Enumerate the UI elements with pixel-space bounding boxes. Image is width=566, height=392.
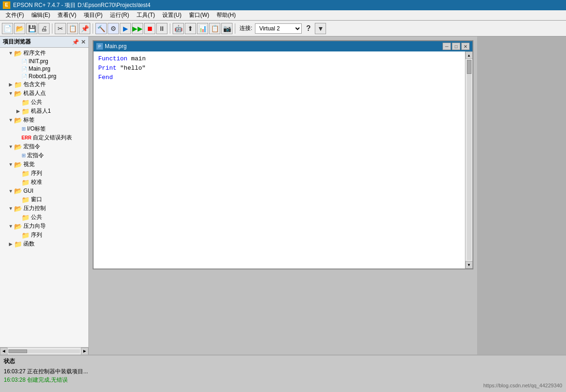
keyword-function: Function	[98, 55, 127, 62]
editor-area: P Main.prg ─ □ ✕ Function main Print "he…	[89, 36, 477, 355]
tb-new[interactable]: 📄	[2, 23, 13, 34]
toolbar: 📄 📂 💾 🖨 ✂ 📋 📌 🔨 ⚙ ▶ ▶▶ ⏹ ⏸ 🤖 ⬆ 📊 📋 📷 连接:…	[0, 21, 566, 36]
vscroll-down-arrow[interactable]: ▼	[465, 261, 473, 269]
tree-label: 序列	[31, 231, 42, 239]
menu-view[interactable]: 查看(V)	[54, 10, 80, 20]
tb-build2[interactable]: ⚙	[108, 23, 119, 34]
tb-cam[interactable]: 📷	[221, 23, 232, 34]
menu-edit[interactable]: 编辑(E)	[28, 10, 54, 20]
tree-item-gui[interactable]: ▼ 📂 GUI	[0, 187, 88, 195]
editor-minimize-btn[interactable]: ─	[443, 43, 451, 50]
folder-closed-icon: 📁	[22, 179, 29, 186]
editor-window-btns: ─ □ ✕	[443, 43, 470, 50]
tree-item-pressure-guide[interactable]: ▼ 📂 压力向导	[0, 222, 88, 231]
tree-label: 程序文件	[23, 49, 46, 57]
tb-copy[interactable]: 📋	[67, 23, 78, 34]
file-icon: 📄	[22, 74, 27, 79]
tb-cut[interactable]: ✂	[55, 23, 66, 34]
tree-item-macros[interactable]: ▼ 📂 宏指令	[0, 142, 88, 151]
folder-closed-icon: 📁	[22, 170, 29, 177]
status-bar: 状态 16:03:27 正在控制器中装载项目... 16:03:28 创建完成,…	[0, 355, 566, 392]
menu-bar: 文件(F) 编辑(E) 查看(V) 项目(P) 运行(R) 工具(T) 设置(U…	[0, 10, 566, 21]
tb-build[interactable]: 🔨	[95, 23, 107, 34]
tree-item-common2[interactable]: 📁 公共	[0, 213, 88, 222]
expand-icon: ▼	[7, 117, 14, 123]
tree-item-tags[interactable]: ▼ 📂 标签	[0, 116, 88, 124]
tree-item-io-tags[interactable]: ⊞ I/O标签	[0, 124, 88, 133]
tree-item-calibrate[interactable]: 📁 校准	[0, 178, 88, 187]
tb-print[interactable]: 🖨	[38, 23, 50, 34]
tb-run[interactable]: ▶▶	[132, 23, 143, 34]
tb-io[interactable]: ⬆	[185, 23, 196, 34]
tree-item-robot-points[interactable]: ▼ 📂 机器人点	[0, 89, 88, 98]
tree-label: 校准	[31, 178, 42, 186]
tree-item-main-prg[interactable]: 📄 Main.prg	[0, 65, 88, 73]
tree-item-robot1-prg[interactable]: 📄 Robot1.prg	[0, 73, 88, 80]
tb-stop[interactable]: ⏹	[144, 23, 155, 34]
tb-step[interactable]: ▶	[120, 23, 131, 34]
scroll-thumb[interactable]	[8, 349, 27, 353]
code-text: main	[127, 55, 145, 62]
tree-item-pressure-ctrl[interactable]: ▼ 📂 压力控制	[0, 204, 88, 213]
tree-item-sequence[interactable]: 📁 序列	[0, 169, 88, 178]
expand-icon: ▼	[7, 144, 14, 149]
code-line-2: Print "hello"	[98, 64, 460, 73]
tb-sep4	[235, 23, 235, 34]
tree-label: 函数	[23, 240, 35, 248]
tree-item-vision[interactable]: ▼ 📂 视觉	[0, 160, 88, 169]
tree-item-init-prg[interactable]: 📄 INIT.prg	[0, 58, 88, 65]
scroll-left-arrow[interactable]: ◀	[0, 348, 7, 355]
editor-restore-btn[interactable]: □	[452, 43, 460, 50]
connect-label: 连接:	[239, 24, 252, 32]
editor-title: P Main.prg	[96, 43, 127, 50]
folder-open-icon: 📂	[14, 187, 22, 195]
folder-closed-icon: 📁	[22, 108, 29, 115]
editor-close-btn[interactable]: ✕	[461, 43, 470, 50]
sidebar-tree: ▼ 📂 程序文件 📄 INIT.prg 📄 Main.prg	[0, 48, 88, 347]
menu-project[interactable]: 项目(P)	[80, 10, 106, 20]
tree-item-prg-files[interactable]: ▼ 📂 程序文件	[0, 49, 88, 58]
scroll-right-arrow[interactable]: ▶	[81, 348, 88, 355]
tb-save[interactable]: 💾	[26, 23, 37, 34]
sidebar-pin-icon[interactable]: 📌	[72, 39, 79, 45]
tb-robot[interactable]: 🤖	[173, 23, 184, 34]
tb-paste[interactable]: 📌	[79, 23, 90, 34]
menu-settings[interactable]: 设置(U)	[159, 10, 185, 20]
scroll-track[interactable]	[8, 349, 80, 353]
status-line-2: 16:03:28 创建完成,无错误	[4, 376, 562, 384]
tree-item-macro-item[interactable]: ⊞ 宏指令	[0, 151, 88, 160]
tree-item-sequence2[interactable]: 📁 序列	[0, 231, 88, 240]
sidebar-close-icon[interactable]: ✕	[81, 39, 86, 45]
menu-tools[interactable]: 工具(T)	[133, 10, 159, 20]
folder-closed-icon: 📁	[22, 99, 29, 106]
tb-log[interactable]: 📋	[209, 23, 220, 34]
vscroll-track[interactable]	[467, 60, 472, 260]
status-line-1: 16:03:27 正在控制器中装载项目...	[4, 367, 562, 376]
folder-open-icon: 📂	[14, 116, 22, 124]
tree-item-functions[interactable]: ▶ 📁 函数	[0, 240, 88, 248]
connect-select[interactable]: Virtual 2 Virtual 1 Real Robot	[255, 23, 302, 34]
tb-monitor[interactable]: 📊	[197, 23, 208, 34]
tb-more[interactable]: ▼	[315, 23, 326, 34]
menu-window[interactable]: 窗口(W)	[185, 10, 213, 20]
tree-item-robot1[interactable]: ▶ 📁 机器人1	[0, 107, 88, 116]
editor-title-icon: P	[96, 43, 103, 50]
tree-item-custom-error[interactable]: ERR 自定义错误列表	[0, 133, 88, 142]
tb-pause[interactable]: ⏸	[156, 23, 167, 34]
editor-body[interactable]: Function main Print "hello" Fend	[94, 51, 465, 269]
tree-item-package-files[interactable]: ▶ 📁 包含文件	[0, 80, 88, 89]
menu-help[interactable]: 帮助(H)	[213, 10, 239, 20]
tb-open[interactable]: 📂	[14, 23, 25, 34]
tree-item-window[interactable]: 📁 窗口	[0, 195, 88, 204]
tree-label: Robot1.prg	[29, 73, 56, 80]
main-content: 项目浏览器 📌 ✕ ▼ 📂 程序文件 📄 INIT.prg	[0, 36, 566, 355]
vscroll-up-arrow[interactable]: ▲	[465, 51, 473, 59]
tree-item-common[interactable]: 📁 公共	[0, 98, 88, 107]
tb-help[interactable]: ?	[303, 23, 314, 34]
menu-run[interactable]: 运行(R)	[106, 10, 133, 20]
keyword-fend: Fend	[98, 74, 113, 81]
tree-label: 包含文件	[23, 80, 46, 88]
folder-open-icon: 📂	[14, 205, 22, 212]
menu-file[interactable]: 文件(F)	[2, 10, 28, 20]
vscroll-thumb[interactable]	[467, 60, 472, 74]
